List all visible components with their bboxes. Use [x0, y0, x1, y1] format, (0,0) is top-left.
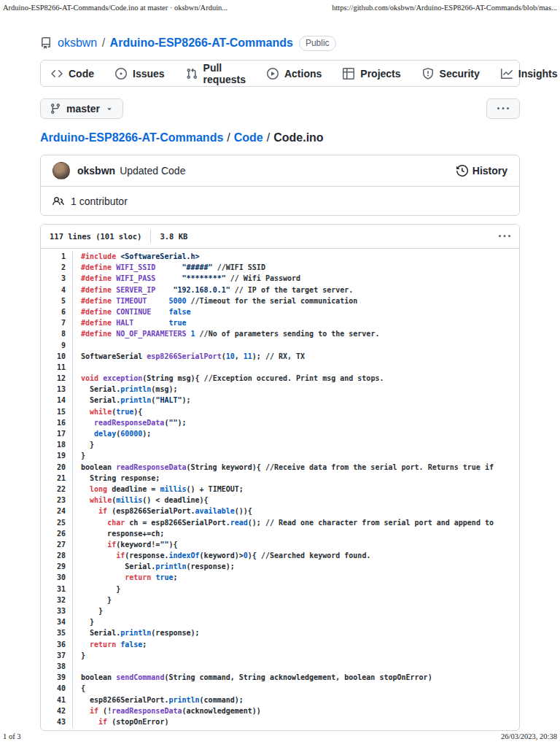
line-number[interactable]: 36 — [41, 639, 73, 650]
file-more-button[interactable] — [499, 231, 510, 242]
tab-projects[interactable]: Projects — [343, 68, 400, 80]
code-line: 28 if(response.indexOf(keyword)>0){ //Se… — [41, 550, 519, 561]
line-number[interactable]: 21 — [41, 473, 73, 484]
breadcrumb-dir-link[interactable]: Code — [234, 131, 263, 144]
breadcrumb-repo-link[interactable]: Arduino-ESP8266-AT-Commands — [40, 131, 223, 144]
code-text: readResponseData(""); — [73, 417, 519, 428]
line-number[interactable]: 14 — [41, 395, 73, 406]
line-number[interactable]: 41 — [41, 694, 73, 705]
tab-security[interactable]: Security — [422, 68, 480, 80]
code-text: } — [73, 595, 519, 605]
tab-label: Code — [69, 68, 94, 80]
repo-header: oksbwn / Arduino-ESP8266-AT-Commands Pub… — [40, 34, 520, 53]
line-number[interactable]: 3 — [41, 273, 73, 284]
repo-name-link[interactable]: Arduino-ESP8266-AT-Commands — [110, 36, 293, 49]
repo-owner-link[interactable]: oksbwn — [58, 36, 97, 49]
tab-actions[interactable]: Actions — [267, 68, 322, 80]
code-line: 20boolean readResponseData(String keywor… — [41, 462, 519, 473]
line-number[interactable]: 33 — [41, 605, 73, 616]
line-number[interactable]: 20 — [41, 462, 73, 473]
tab-code[interactable]: Code — [51, 68, 94, 80]
line-number[interactable]: 12 — [41, 373, 73, 384]
code-line: 36 return false; — [41, 639, 519, 650]
line-number[interactable]: 29 — [41, 561, 73, 572]
line-number[interactable]: 9 — [41, 340, 73, 351]
line-number[interactable]: 37 — [41, 650, 73, 661]
code-line: 16 readResponseData(""); — [41, 417, 519, 428]
line-number[interactable]: 31 — [41, 584, 73, 595]
project-icon — [343, 68, 354, 80]
line-number[interactable]: 35 — [41, 627, 73, 638]
code-text: return true; — [73, 572, 519, 583]
people-icon — [52, 196, 64, 207]
code-text: #define WIFI_PASS "********" // Wifi Pas… — [73, 273, 519, 284]
line-number[interactable]: 6 — [41, 306, 73, 317]
line-number[interactable]: 5 — [41, 295, 73, 306]
code-text: void exception(String msg){ //Exception … — [73, 373, 519, 384]
line-number[interactable]: 38 — [41, 661, 73, 672]
git-branch-icon — [50, 103, 61, 115]
line-number[interactable]: 1 — [41, 251, 73, 262]
latest-commit-row: oksbwn Updated Code History — [41, 155, 519, 186]
line-number[interactable]: 24 — [41, 506, 73, 516]
code-line: 18 } — [41, 439, 519, 450]
tab-insights[interactable]: Insights — [501, 68, 558, 80]
line-number[interactable]: 25 — [41, 517, 73, 528]
line-number[interactable]: 10 — [41, 351, 73, 362]
commit-author-link[interactable]: oksbwn — [77, 165, 115, 177]
code-text: } — [73, 439, 519, 450]
tab-issues[interactable]: Issues — [115, 68, 165, 80]
tab-label: Actions — [284, 68, 322, 80]
line-number[interactable]: 22 — [41, 484, 73, 495]
line-number[interactable]: 28 — [41, 550, 73, 561]
contributors-row[interactable]: 1 contributor — [41, 186, 519, 215]
code-line: 26 response+=ch; — [41, 528, 519, 539]
line-number[interactable]: 39 — [41, 672, 73, 683]
line-number[interactable]: 42 — [41, 705, 73, 716]
code-line: 40{ — [41, 683, 519, 694]
line-number[interactable]: 26 — [41, 528, 73, 539]
code-line: 1#include <SoftwareSerial.h> — [41, 251, 519, 262]
line-number[interactable]: 43 — [41, 716, 73, 727]
kebab-horizontal-icon — [497, 103, 509, 115]
line-number[interactable]: 23 — [41, 495, 73, 506]
line-number[interactable]: 15 — [41, 406, 73, 417]
code-text: while(millis() < deadline){ — [73, 495, 519, 506]
code-line: 21 String response; — [41, 473, 519, 484]
history-button[interactable]: History — [456, 165, 508, 177]
code-line: 12void exception(String msg){ //Exceptio… — [41, 373, 519, 384]
line-number[interactable]: 32 — [41, 595, 73, 605]
print-header-title: Arduino-ESP8266-AT-Commands/Code.ino at … — [3, 4, 228, 12]
branch-selector-button[interactable]: master — [40, 98, 123, 119]
line-number[interactable]: 40 — [41, 683, 73, 694]
repo-title: oksbwn / Arduino-ESP8266-AT-Commands — [58, 36, 293, 50]
line-number[interactable]: 13 — [41, 384, 73, 395]
line-number[interactable]: 17 — [41, 428, 73, 439]
line-number[interactable]: 8 — [41, 328, 73, 339]
code-text: if (stopOnError) — [73, 716, 519, 727]
line-number[interactable]: 19 — [41, 450, 73, 461]
github-content: oksbwn / Arduino-ESP8266-AT-Commands Pub… — [40, 34, 520, 731]
toolbar-more-button[interactable] — [486, 98, 520, 119]
commit-message-link[interactable]: Updated Code — [120, 165, 185, 177]
code-text: if(response.indexOf(keyword)>0){ //Searc… — [73, 550, 519, 561]
code-line: 34 } — [41, 616, 519, 627]
file-toolbar: master — [40, 98, 520, 119]
code-line: 13 Serial.println(msg); — [41, 384, 519, 395]
tab-pull-requests[interactable]: Pull requests — [186, 62, 246, 85]
line-number[interactable]: 11 — [41, 362, 73, 373]
line-number[interactable]: 2 — [41, 262, 73, 273]
code-line: 27 if(keyword!=""){ — [41, 539, 519, 550]
line-number[interactable]: 7 — [41, 317, 73, 328]
line-number[interactable]: 34 — [41, 616, 73, 627]
line-number[interactable]: 16 — [41, 417, 73, 428]
line-number[interactable]: 4 — [41, 285, 73, 295]
code-text: boolean sendCommand(String command, Stri… — [73, 672, 519, 683]
line-number[interactable]: 27 — [41, 539, 73, 550]
avatar[interactable] — [52, 162, 70, 179]
line-number[interactable]: 18 — [41, 439, 73, 450]
tab-label: Security — [440, 68, 480, 80]
line-number[interactable]: 30 — [41, 572, 73, 583]
code-line: 6#define CONTINUE false — [41, 306, 519, 317]
code-line: 7#define HALT true — [41, 317, 519, 328]
